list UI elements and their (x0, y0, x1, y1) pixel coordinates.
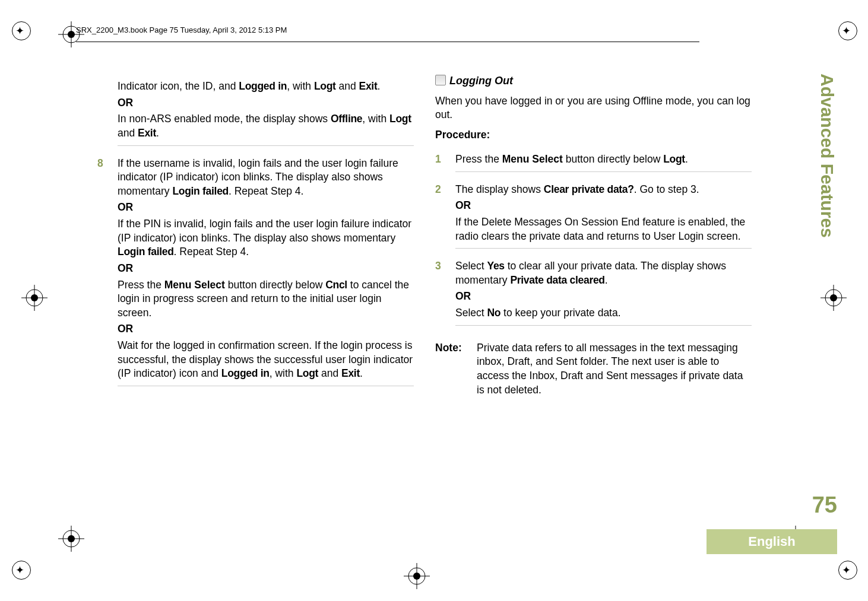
svg-point-23 (68, 31, 75, 38)
body-text: , with (362, 113, 389, 125)
registration-mark-icon (838, 561, 857, 580)
step-2: 2 The display shows Clear private data?.… (435, 183, 752, 254)
step-divider (455, 171, 752, 172)
ui-string: Login failed (118, 246, 174, 257)
body-text: . (377, 80, 380, 92)
body-text: and (318, 367, 341, 379)
page: SRX_2200_M3.book Page 75 Tuesday, April … (0, 0, 868, 601)
book-icon (435, 75, 446, 85)
step-divider (455, 325, 752, 326)
ui-string: Exit (359, 80, 378, 92)
or-label: OR (118, 201, 133, 213)
header-divider (76, 42, 699, 42)
procedure-label: Procedure: (435, 128, 752, 142)
content-columns: Indicator icon, the ID, and Logged in, w… (97, 74, 752, 397)
body-text: In non-ARS enabled mode, the display sho… (118, 113, 331, 125)
ui-string: Logt (663, 153, 685, 165)
step-divider (118, 145, 414, 146)
or-label: OR (118, 262, 133, 274)
body-text: If the Delete Messages On Session End fe… (455, 215, 752, 243)
registration-mark-icon (838, 21, 857, 40)
step-1: 1 Press the Menu Select button directly … (435, 152, 752, 177)
chapter-side-tab: Advanced Features (817, 74, 837, 238)
body-text: Press the (455, 153, 502, 165)
body-text: Select (455, 260, 487, 272)
body-text: and (336, 80, 359, 92)
step-number: 2 (435, 183, 455, 254)
note-label: Note: (435, 341, 477, 398)
body-text: . (605, 274, 608, 286)
registration-mark-icon (12, 561, 31, 580)
crosshair-icon (821, 285, 847, 311)
or-label: OR (455, 290, 471, 302)
column-right: Logging Out When you have logged in or y… (435, 74, 752, 397)
ui-string: Logt (296, 367, 318, 379)
body-text: button directly below (563, 153, 663, 165)
body-text: to keep your private data. (500, 307, 620, 319)
body-text: button directly below (225, 279, 325, 291)
step-continuation: Indicator icon, the ID, and Logged in, w… (97, 80, 414, 151)
body-text: . (685, 153, 688, 165)
body-text: Indicator icon, the ID, and (118, 80, 239, 92)
body-text: Press the (118, 279, 164, 291)
ui-string: Logt (389, 113, 411, 125)
or-label: OR (118, 97, 133, 109)
or-label: OR (455, 199, 471, 211)
body-text: and (118, 127, 138, 139)
body-text: , with (270, 367, 297, 379)
body-text: , with (287, 80, 314, 92)
step-number: 3 (435, 259, 455, 330)
registration-mark-icon (12, 21, 31, 40)
svg-point-11 (68, 535, 75, 542)
crosshair-icon (404, 563, 430, 589)
ui-string: Cncl (325, 279, 347, 291)
note-block: Note: Private data refers to all message… (435, 341, 752, 398)
ui-string: Exit (138, 127, 156, 139)
svg-point-3 (31, 294, 38, 301)
step-number: 8 (97, 157, 118, 391)
ui-string: Logged in (239, 80, 287, 92)
body-text: Select (455, 307, 487, 319)
ui-string: Offline (331, 113, 362, 125)
step-8: 8 If the username is invalid, login fail… (97, 157, 414, 391)
section-heading: Logging Out (449, 75, 513, 87)
body-text: . (360, 367, 363, 379)
page-number: 75 (812, 492, 837, 518)
note-text: Private data refers to all messages in t… (477, 341, 752, 398)
book-header-line: SRX_2200_M3.book Page 75 Tuesday, April … (76, 26, 287, 34)
body-text: . Repeat Step 4. (229, 185, 303, 197)
ui-string: Login failed (172, 185, 229, 197)
step-divider (118, 386, 414, 386)
body-text: . Repeat Step 4. (174, 246, 249, 257)
body-text: The display shows (455, 183, 544, 195)
language-box: English (707, 529, 837, 554)
ui-element-name: Menu Select (164, 279, 225, 291)
body-text: . Go to step 3. (634, 183, 699, 195)
svg-point-7 (830, 294, 837, 301)
body-text: If the PIN is invalid, login fails and t… (118, 218, 411, 244)
ui-string: Exit (341, 367, 360, 379)
ui-element-name: Menu Select (502, 153, 563, 165)
body-text: . (156, 127, 159, 139)
step-3: 3 Select Yes to clear all your private d… (435, 259, 752, 330)
intro-text: When you have logged in or you are using… (435, 94, 752, 122)
crosshair-icon (21, 285, 47, 311)
or-label: OR (118, 323, 133, 335)
ui-string: Private data cleared (510, 274, 604, 286)
ui-string: Logt (314, 80, 336, 92)
step-number: 1 (435, 152, 455, 177)
ui-string: No (487, 307, 501, 319)
ui-string: Logged in (221, 367, 270, 379)
ui-string: Yes (487, 260, 505, 272)
svg-point-15 (413, 573, 420, 580)
crosshair-icon (58, 526, 84, 552)
ui-string: Clear private data? (544, 183, 634, 195)
column-left: Indicator icon, the ID, and Logged in, w… (97, 74, 414, 397)
step-divider (455, 248, 752, 249)
